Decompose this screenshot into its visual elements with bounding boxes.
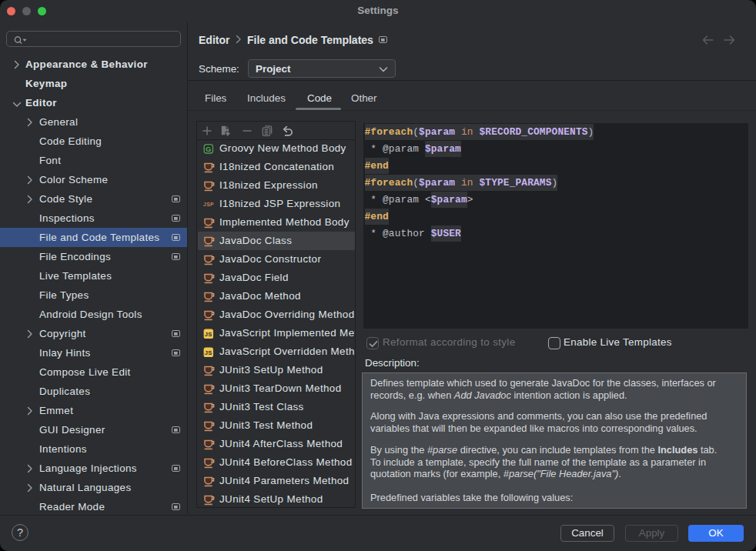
svg-text:G: G [206,145,212,153]
svg-text:JS: JS [205,349,212,356]
svg-text:JS: JS [205,331,212,338]
svg-text:JSP: JSP [203,202,214,207]
